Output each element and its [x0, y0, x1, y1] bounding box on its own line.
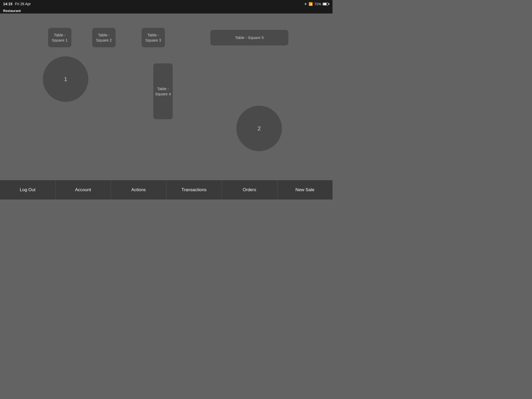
table-circle-1[interactable]: 1: [43, 56, 88, 102]
nav-button-actions[interactable]: Actions: [111, 180, 167, 200]
battery-percent: 71%: [314, 2, 321, 6]
table-square-3[interactable]: Table - Square 3: [142, 28, 165, 47]
table-square-2[interactable]: Table - Square 2: [92, 28, 116, 47]
nav-button-new-sale[interactable]: New Sale: [277, 180, 333, 200]
bottom-nav: Log OutAccountActionsTransactionsOrdersN…: [0, 180, 332, 200]
status-bar: 14:15 Fri 26 Apr ✈ 📶 71%: [0, 0, 332, 8]
status-right: ✈ 📶 71%: [304, 2, 329, 6]
status-date: Fri 26 Apr: [15, 2, 31, 6]
wifi-icon: 📶: [309, 2, 313, 6]
app-title-bar: Restaurant: [0, 8, 332, 14]
status-left: 14:15 Fri 26 Apr: [3, 2, 31, 6]
airplane-icon: ✈: [304, 2, 307, 6]
table-square-1[interactable]: Table - Square 1: [48, 28, 71, 47]
nav-button-account[interactable]: Account: [56, 180, 111, 200]
battery-icon: [323, 3, 329, 5]
table-circle-2[interactable]: 2: [236, 106, 282, 151]
nav-button-orders[interactable]: Orders: [222, 180, 277, 200]
nav-button-transactions[interactable]: Transactions: [167, 180, 222, 200]
table-square-5[interactable]: Table - Square 5: [210, 30, 288, 45]
status-time: 14:15: [3, 2, 12, 6]
table-square-4[interactable]: Table - Square 4: [153, 63, 173, 119]
main-canvas: Table - Square 1Table - Square 2Table - …: [0, 14, 332, 180]
nav-button-logout[interactable]: Log Out: [0, 180, 56, 200]
app-title: Restaurant: [3, 9, 21, 13]
